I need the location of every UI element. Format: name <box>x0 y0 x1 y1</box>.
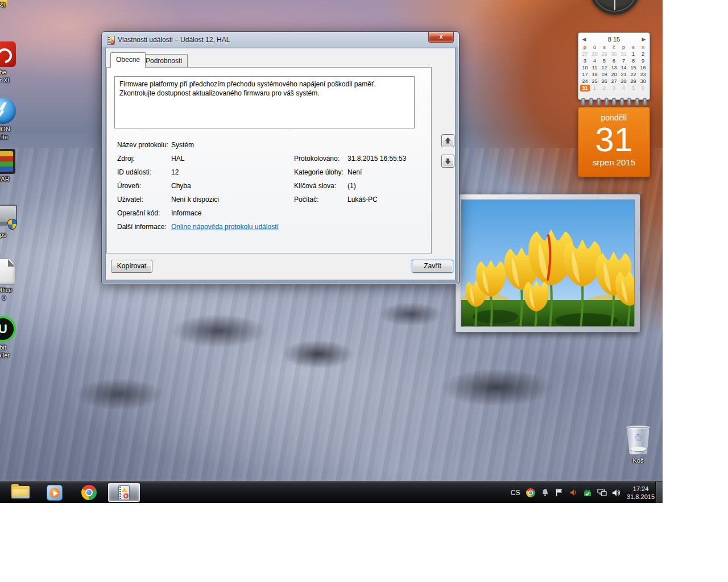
desktop-icon-iobit-uninstaller[interactable]: bittaller <box>0 316 23 359</box>
calendar-day[interactable]: 4 <box>590 57 599 64</box>
calendar-day[interactable]: 19 <box>599 71 609 78</box>
taskbar-clock[interactable]: 17:24 31.8.2015 <box>627 485 655 501</box>
language-indicator[interactable]: CS <box>509 489 522 497</box>
calendar-gadget[interactable]: ◀ 8 15 ▶ púsčpsn 27282930311234567891011… <box>578 32 650 100</box>
clock-time: 17:24 <box>627 485 655 493</box>
tray-audio-manager-icon[interactable] <box>568 488 578 498</box>
chrome-icon <box>81 485 97 500</box>
calendar-day[interactable]: 15 <box>628 64 638 71</box>
calendar-day[interactable]: 28 <box>619 78 628 85</box>
daemon-tools-icon <box>0 98 16 124</box>
desktop-icon-apps[interactable]: ps <box>0 205 23 239</box>
tab-podrobnosti[interactable]: Podrobnosti <box>140 54 188 67</box>
calendar-day-card[interactable]: pondělí 31 srpen 2015 <box>578 107 650 177</box>
calendar-dow: č <box>609 44 619 51</box>
tray-bell-icon[interactable] <box>540 488 550 498</box>
calendar-day[interactable]: 8 <box>628 57 638 64</box>
next-event-button[interactable] <box>441 155 454 168</box>
calendar-day[interactable]: 30 <box>609 51 619 57</box>
taskbar-explorer-button[interactable] <box>5 483 36 502</box>
taskbar-media-player-button[interactable] <box>39 483 71 502</box>
desktop: P3 beer XI MONLite RAR ps Office0 bittal… <box>0 0 663 503</box>
tray-network-icon[interactable] <box>597 488 607 498</box>
calendar-day[interactable]: 16 <box>638 64 648 71</box>
event-log-online-help-link[interactable]: Online nápověda protokolu událostí <box>171 223 279 231</box>
calendar-prev-arrow[interactable]: ◀ <box>580 36 588 42</box>
calendar-dow: s <box>599 44 609 51</box>
calendar-day[interactable]: 2 <box>638 51 648 57</box>
close-button[interactable]: x <box>428 32 454 43</box>
desktop-icon-office[interactable]: Office0 <box>0 259 24 302</box>
calendar-day[interactable]: 13 <box>609 64 619 71</box>
calendar-day[interactable]: 29 <box>628 78 638 85</box>
calendar-day[interactable]: 21 <box>619 71 628 78</box>
desktop-icon-adobe-reader[interactable]: beer XI <box>0 41 23 84</box>
adobe-reader-icon <box>0 41 16 67</box>
calendar-month-title: 8 15 <box>588 36 640 43</box>
taskbar-chrome-button[interactable] <box>73 483 105 502</box>
clock-date: 31.8.2015 <box>627 493 655 501</box>
previous-event-button[interactable] <box>441 134 454 147</box>
calendar-day[interactable]: 29 <box>599 51 609 57</box>
close-dialog-button[interactable]: Zavřít <box>412 260 453 273</box>
tray-volume-icon[interactable] <box>611 488 621 498</box>
show-desktop-button[interactable] <box>655 481 663 503</box>
calendar-day[interactable]: 31 <box>619 51 628 57</box>
calendar-day[interactable]: 17 <box>580 71 590 78</box>
event-properties-dialog: x Vlastnosti události – Událost 12, HAL … <box>101 31 460 284</box>
event-description[interactable]: Firmware platformy při předchozím přecho… <box>114 76 415 128</box>
explorer-folder-icon <box>11 486 30 500</box>
calendar-day[interactable]: 20 <box>609 71 619 78</box>
calendar-day[interactable]: 5 <box>599 57 609 64</box>
arrow-down-icon <box>444 157 452 165</box>
tray-action-center-flag-icon[interactable] <box>554 488 564 498</box>
calendar-day[interactable]: 28 <box>590 51 599 57</box>
desktop-icon-winrar[interactable]: RAR <box>0 149 23 183</box>
calendar-day[interactable]: 10 <box>580 64 590 71</box>
calendar-day[interactable]: 5 <box>628 85 638 92</box>
general-tab-panel: Firmware platformy při předchozím přecho… <box>106 67 432 253</box>
event-viewer-icon: x <box>118 485 130 500</box>
calendar-day[interactable]: 3 <box>609 85 619 92</box>
calendar-next-arrow[interactable]: ▶ <box>640 36 648 42</box>
dialog-title: Vlastnosti události – Událost 12, HAL <box>118 32 230 48</box>
calendar-day[interactable]: 11 <box>590 64 599 71</box>
calendar-dow: p <box>619 44 628 51</box>
calendar-day[interactable]: 26 <box>599 78 609 85</box>
calendar-day[interactable]: 23 <box>638 71 648 78</box>
recycle-bin[interactable]: ♲ Koš <box>619 424 657 464</box>
calendar-day[interactable]: 27 <box>609 78 619 85</box>
tab-obecne[interactable]: Obecné <box>110 52 146 68</box>
winrar-icon <box>0 149 15 174</box>
calendar-day[interactable]: 4 <box>619 85 628 92</box>
calendar-day[interactable]: 9 <box>638 57 648 64</box>
copy-button[interactable]: Kopírovat <box>111 260 152 273</box>
calendar-day[interactable]: 24 <box>580 78 590 85</box>
calendar-day[interactable]: 18 <box>590 71 599 78</box>
day-card-month-year: srpen 2015 <box>578 157 650 167</box>
calendar-day[interactable]: 6 <box>609 57 619 64</box>
calendar-day[interactable]: 30 <box>638 78 648 85</box>
taskbar-event-viewer-button[interactable]: x <box>108 483 140 502</box>
clock-gadget[interactable] <box>590 0 640 15</box>
day-card-day-number: 31 <box>578 122 650 157</box>
office-document-icon <box>0 259 15 285</box>
calendar-day[interactable]: 2 <box>599 85 609 92</box>
tray-update-check-icon[interactable] <box>582 488 593 498</box>
calendar-day[interactable]: 22 <box>628 71 638 78</box>
calendar-day[interactable]: 12 <box>599 64 609 71</box>
calendar-day[interactable]: 6 <box>638 85 648 92</box>
desktop-icon-mp3[interactable]: P3 <box>0 1 22 9</box>
calendar-day[interactable]: 25 <box>590 78 599 85</box>
photo-slideshow-gadget[interactable] <box>455 194 640 332</box>
tray-chrome-icon[interactable] <box>526 488 536 498</box>
calendar-day[interactable]: 7 <box>619 57 628 64</box>
calendar-day[interactable]: 27 <box>580 51 590 57</box>
desktop-icon-daemon-tools[interactable]: MONLite <box>0 98 23 141</box>
calendar-day[interactable]: 14 <box>619 64 628 71</box>
recycle-bin-icon: ♲ <box>626 424 651 456</box>
calendar-day[interactable]: 1 <box>590 85 599 92</box>
calendar-day[interactable]: 1 <box>628 51 638 57</box>
calendar-day[interactable]: 3 <box>580 57 590 64</box>
calendar-day-today[interactable]: 31 <box>580 85 590 92</box>
